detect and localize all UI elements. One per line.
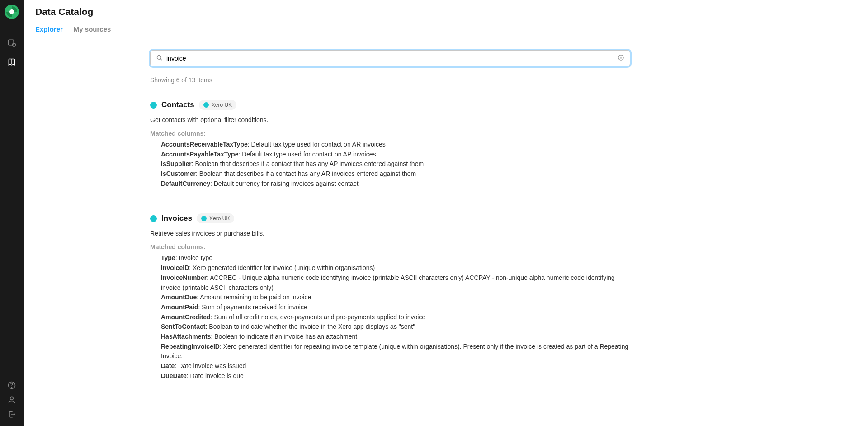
column-row: RepeatingInvoiceID: Xero generated ident…	[161, 342, 630, 361]
column-desc: : Default tax type used for contact on A…	[248, 141, 386, 148]
column-desc: : Xero generated identifier for repeatin…	[161, 343, 628, 360]
source-pill[interactable]: Xero UK	[197, 213, 234, 223]
source-pill[interactable]: Xero UK	[199, 100, 236, 110]
search-wrapper	[150, 50, 630, 66]
column-desc: : Sum of all credit notes, over-payments…	[211, 313, 425, 321]
column-desc: : ACCREC - Unique alpha numeric code ide…	[161, 274, 615, 291]
column-row: InvoiceNumber: ACCREC - Unique alpha num…	[161, 273, 630, 293]
help-icon[interactable]	[6, 380, 17, 391]
source-pill-label: Xero UK	[209, 215, 230, 222]
column-name: AccountsPayableTaxType	[161, 151, 238, 158]
result-block: InvoicesXero UKRetrieve sales invoices o…	[150, 213, 630, 389]
column-name: DueDate	[161, 372, 187, 379]
svg-point-7	[157, 55, 161, 59]
column-name: RepeatingInvoiceID	[161, 343, 220, 350]
column-desc: : Sum of payments received for invoice	[198, 303, 307, 311]
tab-explorer[interactable]: Explorer	[35, 25, 63, 38]
column-name: AmountPaid	[161, 303, 198, 311]
source-dot-icon	[150, 102, 157, 109]
column-name: InvoiceID	[161, 264, 189, 271]
column-desc: : Xero generated identifier for invoice …	[189, 264, 375, 271]
column-row: DueDate: Date invoice is due	[161, 371, 630, 381]
result-block: ContactsXero UKGet contacts with optiona…	[150, 100, 630, 197]
column-row: IsSupplier: Boolean that describes if a …	[161, 159, 630, 169]
column-row: IsCustomer: Boolean that describes if a …	[161, 169, 630, 179]
column-list: AccountsReceivableTaxType: Default tax t…	[150, 140, 630, 189]
column-name: IsCustomer	[161, 170, 196, 177]
column-row: SentToContact: Boolean to indicate wheth…	[161, 322, 630, 332]
source-dot-icon	[201, 216, 207, 221]
column-row: AmountCredited: Sum of all credit notes,…	[161, 312, 630, 322]
column-desc: : Date invoice is due	[187, 372, 244, 379]
sidebar	[0, 0, 24, 426]
nav-icon-data[interactable]	[6, 37, 17, 48]
search-input[interactable]	[166, 55, 618, 62]
column-row: DefaultCurrency: Default currency for ra…	[161, 179, 630, 189]
user-icon[interactable]	[6, 394, 17, 405]
column-row: AmountDue: Amount remaining to be paid o…	[161, 293, 630, 303]
column-name: InvoiceNumber	[161, 274, 207, 281]
column-desc: : Amount remaining to be paid on invoice	[197, 293, 311, 301]
matched-columns-label: Matched columns:	[150, 243, 630, 251]
app-logo	[5, 5, 19, 19]
svg-point-5	[12, 387, 12, 388]
tabs: ExplorerMy sources	[24, 25, 868, 38]
source-pill-label: Xero UK	[212, 102, 232, 108]
tab-my-sources[interactable]: My sources	[74, 25, 111, 38]
result-title[interactable]: Contacts	[161, 100, 194, 109]
column-desc: : Boolean that describes if a contact th…	[192, 160, 424, 167]
clear-icon[interactable]	[618, 54, 624, 63]
source-dot-icon	[203, 102, 209, 108]
result-header: InvoicesXero UK	[150, 213, 630, 223]
column-desc: : Boolean to indicate whether the invoic…	[206, 323, 415, 330]
column-name: AmountCredited	[161, 313, 211, 321]
result-description: Get contacts with optional filter condit…	[150, 116, 630, 123]
column-row: InvoiceID: Xero generated identifier for…	[161, 263, 630, 273]
column-name: Date	[161, 362, 175, 369]
column-row: AmountPaid: Sum of payments received for…	[161, 303, 630, 312]
column-name: Type	[161, 254, 175, 261]
logout-icon[interactable]	[6, 409, 17, 420]
column-row: Type: Invoice type	[161, 253, 630, 263]
column-name: DefaultCurrency	[161, 180, 210, 187]
column-name: HasAttachments	[161, 333, 211, 340]
column-desc: : Default currency for raising invoices …	[210, 180, 359, 187]
result-header: ContactsXero UK	[150, 100, 630, 110]
column-list: Type: Invoice typeInvoiceID: Xero genera…	[150, 253, 630, 381]
column-name: AmountDue	[161, 293, 197, 301]
main-area: Data Catalog ExplorerMy sources	[24, 0, 868, 426]
svg-point-3	[13, 43, 16, 47]
results-count: Showing 6 of 13 items	[150, 76, 630, 84]
page-title: Data Catalog	[35, 6, 856, 17]
nav-icon-catalog[interactable]	[6, 57, 17, 68]
column-desc: : Default tax type used for contact on A…	[238, 151, 376, 158]
column-desc: : Date invoice was issued	[175, 362, 246, 369]
source-dot-icon	[150, 215, 157, 222]
column-name: AccountsReceivableTaxType	[161, 141, 248, 148]
result-title[interactable]: Invoices	[161, 214, 192, 223]
content: Showing 6 of 13 items ContactsXero UKGet…	[24, 38, 868, 426]
svg-point-1	[9, 9, 14, 14]
search-icon	[156, 54, 163, 63]
column-name: IsSupplier	[161, 160, 192, 167]
matched-columns-label: Matched columns:	[150, 130, 630, 137]
svg-point-6	[10, 397, 14, 400]
column-desc: : Boolean to indicate if an invoice has …	[211, 333, 357, 340]
column-desc: : Invoice type	[175, 254, 213, 261]
column-name: SentToContact	[161, 323, 206, 330]
column-row: AccountsPayableTaxType: Default tax type…	[161, 150, 630, 160]
column-row: AccountsReceivableTaxType: Default tax t…	[161, 140, 630, 150]
column-desc: : Boolean that describes if a contact ha…	[196, 170, 416, 177]
result-description: Retrieve sales invoices or purchase bill…	[150, 230, 630, 237]
column-row: HasAttachments: Boolean to indicate if a…	[161, 332, 630, 342]
column-row: Date: Date invoice was issued	[161, 361, 630, 371]
header: Data Catalog	[24, 0, 868, 17]
